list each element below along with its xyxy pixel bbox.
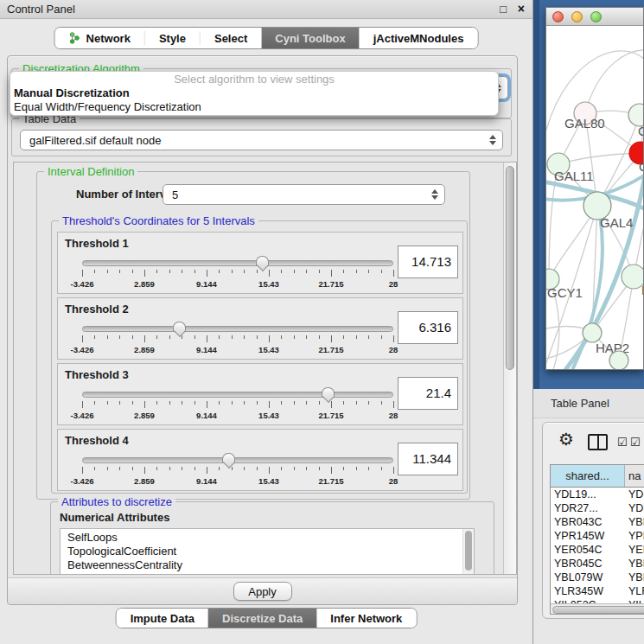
tick-mark — [119, 335, 120, 339]
table-horizontal-scrollbar[interactable] — [551, 603, 644, 615]
table-cell[interactable]: YPR1 — [625, 529, 644, 543]
network-icon — [69, 32, 81, 44]
tick-mark — [368, 270, 369, 273]
tick-label: -3.426 — [71, 345, 94, 354]
slider-handle[interactable] — [256, 256, 269, 265]
list-scrollbar[interactable] — [462, 529, 474, 575]
checkbox-icon[interactable]: ☑ — [630, 437, 641, 448]
slider-handle[interactable] — [322, 387, 335, 397]
numerical-attributes-list[interactable]: SelfLoops TopologicalCoefficient Between… — [60, 528, 475, 575]
table-row[interactable]: YLR345WYLR3 — [551, 584, 644, 598]
minimize-traffic-light-icon[interactable] — [571, 11, 583, 22]
tab-network[interactable]: Network — [55, 28, 144, 48]
table-row[interactable]: YBR043CYBR0 — [551, 515, 644, 529]
threshold-slider[interactable]: -3.4262.8599.14415.4321.71528 — [82, 452, 393, 490]
panel-scrollbar[interactable] — [503, 163, 516, 574]
slider-track[interactable] — [82, 260, 393, 266]
table-row[interactable]: YBR045CYBR0 — [551, 557, 644, 571]
dropdown-item-equal-width-frequency[interactable]: Equal Width/Frequency Discretization — [10, 100, 498, 114]
tab-discretize-data[interactable]: Discretize Data — [208, 609, 316, 628]
table-cell[interactable]: YDR27... — [551, 501, 625, 515]
gear-icon[interactable]: ⚙ — [558, 430, 574, 448]
slider-handle[interactable] — [222, 453, 235, 462]
number-of-intervals-value: 5 — [172, 188, 178, 201]
threshold-value-field[interactable]: 11.344 — [398, 443, 458, 475]
tick-label: 28 — [389, 345, 399, 354]
table-cell[interactable]: YDL1 — [625, 488, 644, 501]
threshold-value-field[interactable]: 21.4 — [398, 377, 458, 410]
zoom-traffic-light-icon[interactable] — [590, 11, 602, 22]
slider-track[interactable] — [82, 392, 393, 398]
list-item[interactable]: SelfLoops — [61, 531, 474, 545]
tab-select[interactable]: Select — [201, 28, 261, 48]
table-row[interactable]: YDL19...YDL1 — [551, 488, 644, 501]
tab-cyni-toolbox[interactable]: Cyni Toolbox — [261, 28, 359, 48]
table-cell[interactable]: YBL0 — [625, 571, 644, 584]
list-item[interactable]: BetweennessCentrality — [61, 558, 474, 572]
tab-infer-network[interactable]: Infer Network — [316, 609, 416, 628]
tick-mark — [182, 401, 182, 405]
tick-mark — [331, 335, 332, 342]
tick-mark — [219, 467, 220, 470]
column-header-shared-name[interactable]: shared... — [551, 465, 625, 487]
tab-jactivemnodules[interactable]: jActiveMNodules — [360, 28, 478, 48]
table-cell[interactable]: YDR2 — [625, 501, 644, 515]
table-cell[interactable]: YLR345W — [551, 584, 625, 598]
table-cell[interactable]: YBR043C — [551, 515, 625, 529]
table-cell[interactable]: YBR0 — [625, 515, 644, 529]
table-cell[interactable]: YER054C — [551, 543, 625, 557]
dropdown-item-placeholder[interactable]: Select algorithm to view settings — [10, 73, 498, 86]
network-node-hap2[interactable] — [583, 323, 602, 342]
dropdown-item-manual-discretization[interactable]: Manual Discretization — [10, 86, 498, 100]
tick-label: 28 — [389, 411, 399, 420]
network-node-h[interactable] — [622, 265, 643, 289]
tab-impute-data[interactable]: Impute Data — [117, 609, 208, 628]
tab-style[interactable]: Style — [145, 28, 200, 48]
table-cell[interactable]: YBR045C — [551, 557, 625, 571]
threshold-value-field[interactable]: 14.713 — [398, 245, 458, 278]
tab-label: Impute Data — [131, 612, 194, 625]
slider-track[interactable] — [82, 326, 393, 332]
threshold-slider[interactable]: -3.4262.8599.14415.4321.71528 — [82, 255, 393, 293]
close-traffic-light-icon[interactable] — [552, 11, 564, 22]
slider-track[interactable] — [82, 457, 393, 463]
network-canvas[interactable]: GAL80GACGAL11GAL4GCY1HHAP2 — [546, 26, 643, 369]
close-icon[interactable]: × — [518, 2, 525, 16]
slider-handle[interactable] — [173, 322, 186, 331]
table-cell[interactable]: YPR145W — [551, 529, 625, 543]
table-cell[interactable]: YBL079W — [551, 571, 625, 584]
table-row[interactable]: YER054CYER0 — [551, 543, 644, 557]
tick-mark — [257, 467, 258, 470]
table-hscroll-thumb[interactable] — [552, 606, 644, 614]
number-of-intervals-combobox[interactable]: 5 — [163, 184, 445, 205]
threshold-value-field[interactable]: 6.316 — [398, 311, 458, 344]
network-node[interactable] — [609, 351, 628, 369]
tick-mark — [381, 270, 382, 273]
table-cell[interactable]: YBR0 — [625, 557, 644, 571]
split-view-icon[interactable] — [588, 434, 608, 450]
list-scrollbar-thumb[interactable] — [465, 531, 472, 571]
float-window-icon[interactable]: □ — [500, 3, 507, 16]
network-window-titlebar[interactable] — [546, 8, 643, 26]
table-row[interactable]: YBL079WYBL0 — [551, 571, 644, 584]
tick-mark — [343, 270, 344, 273]
checkbox-icon[interactable]: ☑ — [617, 437, 628, 448]
network-window: GAL80GACGAL11GAL4GCY1HHAP2 — [545, 7, 644, 370]
threshold-slider[interactable]: -3.4262.8599.14415.4321.71528 — [82, 321, 393, 359]
tick-mark — [294, 467, 295, 470]
tab-label: Select — [214, 32, 247, 45]
tick-mark — [182, 335, 182, 339]
algorithm-dropdown-popup: Select algorithm to view settings Manual… — [10, 71, 499, 116]
table-row[interactable]: YDR27...YDR2 — [551, 501, 644, 515]
table-cell[interactable]: YER0 — [625, 543, 644, 557]
apply-button[interactable]: Apply — [233, 582, 292, 601]
column-header-name[interactable]: na — [625, 465, 644, 487]
table-cell[interactable]: YLR3 — [625, 584, 644, 598]
list-item[interactable]: TopologicalCoefficient — [61, 545, 474, 558]
table-data-combobox[interactable]: galFiltered.sif default node — [20, 130, 503, 150]
table-cell[interactable]: YDL19... — [551, 488, 625, 501]
network-canvas-svg: GAL80GACGAL11GAL4GCY1HHAP2 — [546, 26, 643, 369]
panel-scrollbar-thumb[interactable] — [506, 166, 514, 370]
threshold-slider[interactable]: -3.4262.8599.14415.4321.71528 — [82, 386, 393, 424]
table-row[interactable]: YPR145WYPR1 — [551, 529, 644, 543]
